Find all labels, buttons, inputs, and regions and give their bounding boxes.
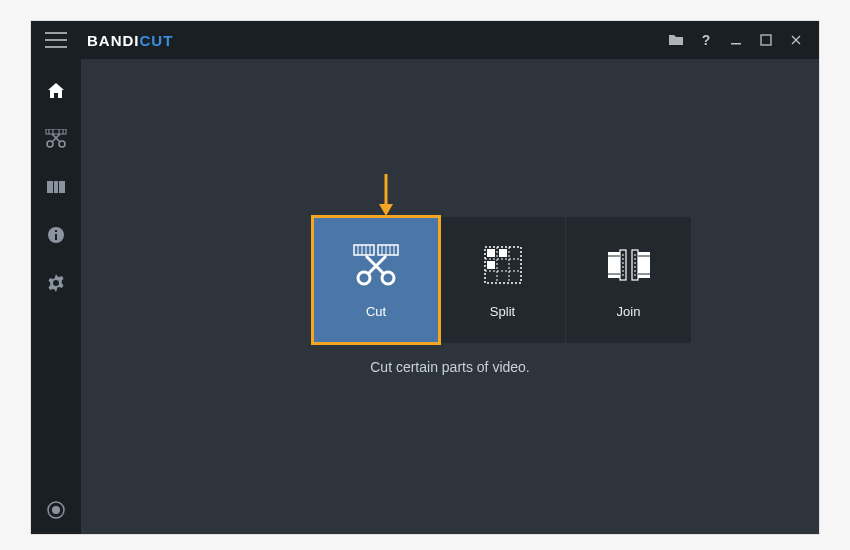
split-icon [46,177,66,197]
sidebar-item-split[interactable] [31,163,81,211]
tile-label: Split [490,304,515,319]
tile-split[interactable]: Split [439,217,565,343]
info-icon [47,226,65,244]
svg-rect-11 [59,181,65,193]
join-icon [606,242,652,288]
gear-icon [47,274,65,292]
maximize-icon [760,34,772,46]
svg-rect-10 [54,181,58,193]
svg-rect-0 [731,43,741,45]
svg-rect-35 [487,249,495,257]
svg-rect-36 [487,261,495,269]
sidebar-item-record[interactable] [31,486,81,534]
hamburger-icon [45,39,67,41]
svg-rect-37 [499,249,507,257]
tile-cut[interactable]: Cut [313,217,439,343]
folder-icon [668,33,684,47]
subtitle-text: Cut certain parts of video. [81,359,819,375]
minimize-icon [730,34,742,46]
annotation-arrow [377,174,395,222]
sidebar-item-cut[interactable] [31,115,81,163]
logo-primary: BANDI [87,32,140,49]
svg-rect-14 [55,230,57,232]
open-file-button[interactable] [661,21,691,59]
record-icon [47,501,65,519]
scissors-icon [45,129,67,149]
tile-label: Cut [366,304,386,319]
svg-rect-9 [47,181,53,193]
main-area: Cut Split [81,59,819,534]
maximize-button[interactable] [751,21,781,59]
minimize-button[interactable] [721,21,751,59]
svg-point-16 [52,506,60,514]
close-icon [790,34,802,46]
svg-rect-1 [761,35,771,45]
close-button[interactable] [781,21,811,59]
app-logo: BANDICUT [87,32,173,49]
svg-rect-19 [378,245,398,255]
svg-rect-18 [354,245,374,255]
cut-icon [351,242,401,288]
app-window: BANDICUT ? [30,20,820,535]
tile-label: Join [617,304,641,319]
action-tiles: Cut Split [313,217,691,343]
logo-accent: CUT [140,32,174,49]
help-button[interactable]: ? [691,21,721,59]
help-icon: ? [702,32,711,48]
split-grid-icon [483,242,523,288]
home-icon [46,81,66,101]
tile-join[interactable]: Join [565,217,691,343]
arrow-down-icon [377,174,395,218]
svg-rect-13 [55,234,57,240]
sidebar [31,59,81,534]
sidebar-item-home[interactable] [31,67,81,115]
sidebar-item-info[interactable] [31,211,81,259]
menu-button[interactable] [31,21,81,59]
title-bar: BANDICUT ? [31,21,819,59]
sidebar-item-settings[interactable] [31,259,81,307]
